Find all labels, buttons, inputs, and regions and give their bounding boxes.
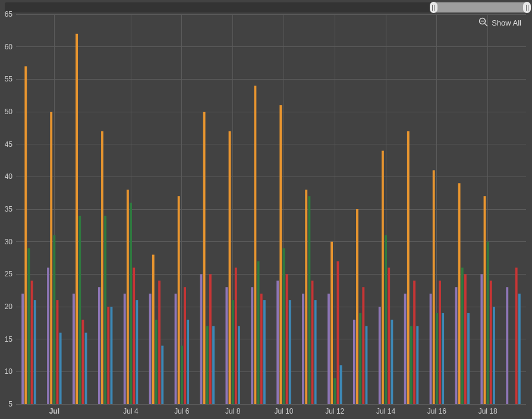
bar[interactable] [379,307,381,404]
bar[interactable] [328,294,330,404]
bar[interactable] [391,320,393,404]
bar[interactable] [515,267,518,404]
bar[interactable] [276,281,279,404]
bar[interactable] [283,248,285,404]
bar[interactable] [302,294,304,404]
bar[interactable] [254,86,256,404]
bar[interactable] [404,294,407,404]
bar[interactable] [455,287,458,404]
bar[interactable] [133,267,135,404]
bar[interactable] [484,196,486,404]
bar[interactable] [149,294,152,404]
bar[interactable] [209,274,212,404]
bar[interactable] [232,300,234,404]
bar[interactable] [362,287,364,404]
bar[interactable] [31,281,33,404]
bar[interactable] [458,183,461,404]
bar[interactable] [161,346,163,404]
bar[interactable] [187,320,189,404]
bar[interactable] [289,300,291,404]
bar[interactable] [53,235,55,404]
bar[interactable] [305,190,307,404]
bar[interactable] [490,281,492,404]
bar[interactable] [311,281,314,404]
bar[interactable] [155,320,158,404]
svg-text:Jul 6: Jul 6 [174,407,190,415]
bar[interactable] [382,151,384,404]
bar[interactable] [127,190,129,404]
bar[interactable] [388,267,390,404]
bar[interactable] [50,112,52,404]
bar[interactable] [251,287,253,404]
bar[interactable] [184,287,186,404]
bar[interactable] [413,281,415,404]
bar[interactable] [518,294,521,404]
bar[interactable] [330,242,333,404]
bar[interactable] [124,294,126,404]
bar[interactable] [21,294,24,404]
bar[interactable] [260,294,263,404]
bar[interactable] [178,196,180,404]
bar[interactable] [107,307,109,404]
bar[interactable] [385,235,387,404]
bar[interactable] [34,300,36,404]
bar[interactable] [340,365,342,404]
bar[interactable] [336,261,339,404]
bar[interactable] [464,274,467,404]
bar[interactable] [98,287,100,404]
bar[interactable] [480,274,483,404]
bar[interactable] [212,326,215,404]
bar[interactable] [81,320,84,404]
bar[interactable] [442,313,444,404]
bar[interactable] [85,333,87,404]
bar[interactable] [430,294,432,404]
bar[interactable] [416,326,418,404]
bar[interactable] [200,274,203,404]
bar[interactable] [225,287,228,404]
bar[interactable] [238,326,240,404]
bar[interactable] [279,105,282,404]
bar[interactable] [433,170,435,404]
bar[interactable] [73,294,75,404]
bar[interactable] [136,300,138,404]
bar[interactable] [181,346,183,404]
bar[interactable] [104,216,106,404]
bar[interactable] [203,112,206,404]
bar[interactable] [229,131,231,404]
bar[interactable] [152,255,155,404]
bar[interactable] [439,281,441,404]
bar[interactable] [286,274,288,404]
bar[interactable] [356,209,358,404]
bar[interactable] [75,34,78,404]
bar[interactable] [493,307,495,404]
bar[interactable] [506,287,508,404]
bar[interactable] [235,267,237,404]
bar[interactable] [263,300,266,404]
bar[interactable] [314,300,317,404]
bar[interactable] [28,248,30,404]
bar[interactable] [461,267,464,404]
bar[interactable] [78,216,81,404]
bar[interactable] [59,333,62,404]
bar[interactable] [436,313,438,404]
bar[interactable] [359,313,361,404]
bar[interactable] [353,320,355,404]
bar[interactable] [333,378,336,404]
bar[interactable] [467,313,470,404]
bar[interactable] [47,267,49,404]
bar[interactable] [101,131,103,404]
svg-text:45: 45 [5,140,13,149]
bar[interactable] [158,281,160,404]
bar[interactable] [308,196,310,404]
bar[interactable] [410,326,413,404]
bar[interactable] [130,203,132,404]
bar[interactable] [24,66,27,404]
bar[interactable] [206,326,209,404]
bar[interactable] [56,300,59,404]
bar[interactable] [407,131,410,404]
bar[interactable] [111,307,113,404]
bar[interactable] [257,261,260,404]
bar[interactable] [175,294,177,404]
bar[interactable] [487,242,489,404]
bar[interactable] [366,326,368,404]
